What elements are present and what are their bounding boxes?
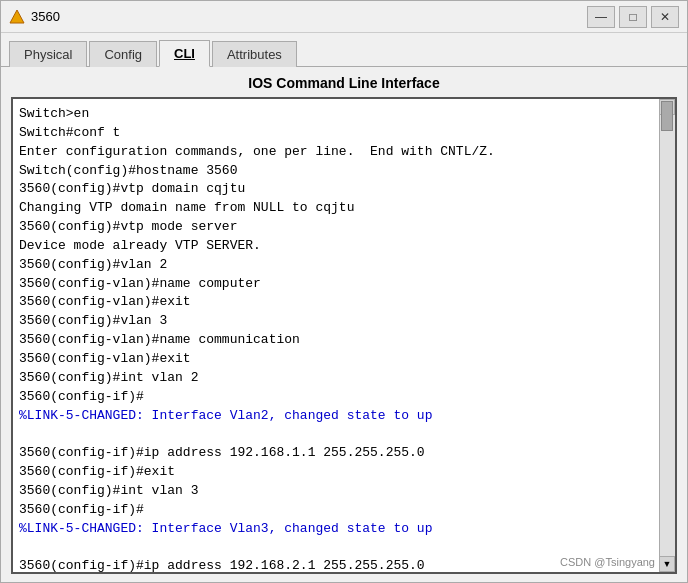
title-bar: 3560 — □ ✕ bbox=[1, 1, 687, 33]
section-title: IOS Command Line Interface bbox=[11, 75, 677, 91]
title-bar-left: 3560 bbox=[9, 9, 60, 25]
tab-config[interactable]: Config bbox=[89, 41, 157, 67]
maximize-button[interactable]: □ bbox=[619, 6, 647, 28]
scrollbar-thumb[interactable] bbox=[661, 101, 673, 131]
app-icon bbox=[9, 9, 25, 25]
close-button[interactable]: ✕ bbox=[651, 6, 679, 28]
content-area: IOS Command Line Interface Switch>en Swi… bbox=[1, 67, 687, 582]
terminal-container: Switch>en Switch#conf t Enter configurat… bbox=[11, 97, 677, 574]
terminal-scroll[interactable]: Switch>en Switch#conf t Enter configurat… bbox=[13, 99, 659, 572]
svg-marker-0 bbox=[10, 10, 24, 23]
title-controls: — □ ✕ bbox=[587, 6, 679, 28]
tab-attributes[interactable]: Attributes bbox=[212, 41, 297, 67]
scrollbar-down-button[interactable]: ▼ bbox=[659, 556, 675, 572]
watermark: CSDN @Tsingyang bbox=[560, 556, 655, 568]
tab-bar: Physical Config CLI Attributes bbox=[1, 33, 687, 67]
window-title: 3560 bbox=[31, 9, 60, 24]
main-window: 3560 — □ ✕ Physical Config CLI Attribute… bbox=[0, 0, 688, 583]
scrollbar-track: ▲ ▼ bbox=[659, 99, 675, 572]
minimize-button[interactable]: — bbox=[587, 6, 615, 28]
tab-physical[interactable]: Physical bbox=[9, 41, 87, 67]
terminal-text: Switch>en Switch#conf t Enter configurat… bbox=[19, 105, 653, 572]
tab-cli[interactable]: CLI bbox=[159, 40, 210, 67]
